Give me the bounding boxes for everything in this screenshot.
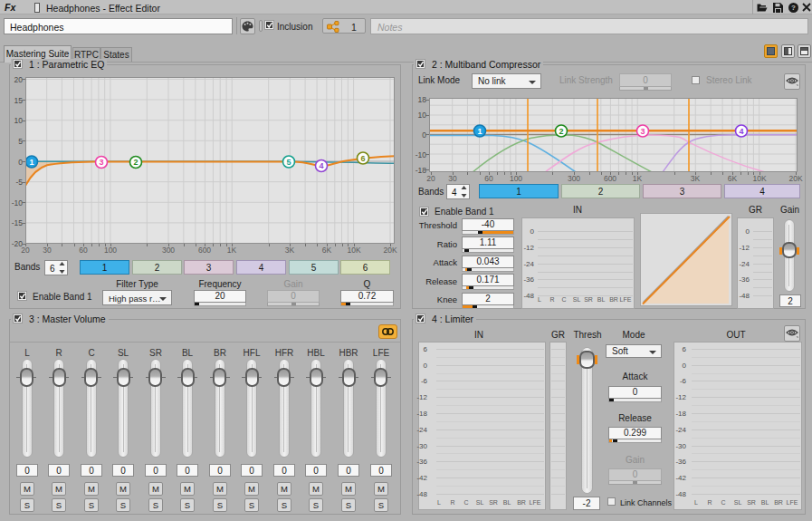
- svg-text:4: 4: [319, 161, 323, 170]
- svg-text:2: 2: [559, 127, 563, 136]
- svg-text:3: 3: [640, 127, 645, 136]
- svg-text:?: ?: [791, 4, 796, 12]
- svg-text:2: 2: [133, 158, 138, 167]
- svg-text:4: 4: [739, 127, 743, 136]
- svg-text:3: 3: [99, 158, 103, 167]
- svg-text:1: 1: [477, 127, 482, 136]
- svg-text:1: 1: [29, 158, 33, 167]
- svg-text:6: 6: [360, 154, 365, 163]
- svg-text:5: 5: [286, 158, 291, 167]
